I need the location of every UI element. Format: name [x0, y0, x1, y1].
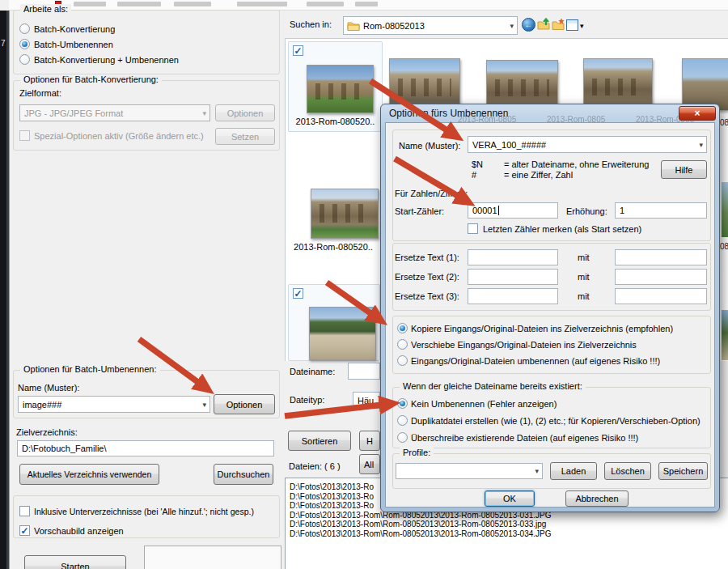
rename-options-dialog: Optionen fürs Umbenennen 2013-Rom-0805 2…	[380, 104, 720, 512]
help-button[interactable]: Hilfe	[661, 160, 707, 179]
check-icon: ✓	[294, 289, 302, 299]
name-pattern-combobox[interactable]: image### ▾	[18, 396, 210, 413]
browse-button[interactable]: Durchsuchen	[214, 464, 273, 485]
label-fragment: 08	[720, 118, 728, 127]
save-profile-button[interactable]: Speichern	[658, 462, 708, 480]
chevron-down-icon: ▾	[699, 141, 703, 149]
group-title: Optionen für Batch-Umbenennen:	[20, 364, 160, 374]
filetype-label: Dateityp:	[290, 395, 324, 405]
remember-counter-label: Letzten Zähler merken (als Start setzen)	[483, 224, 641, 234]
photo-thumbnail-sliver	[722, 182, 728, 237]
replace-input-3[interactable]	[468, 288, 558, 304]
mit-label: mit	[578, 272, 590, 282]
sort-button[interactable]: Sortieren	[288, 431, 351, 451]
menu-fragment	[74, 2, 106, 6]
chevron-down-icon[interactable]: ▾	[580, 22, 584, 30]
replace-input-1[interactable]	[468, 249, 558, 265]
file-list-item[interactable]: D:\Fotos\2013\2013-Rom\Rom-08052013\2013…	[290, 520, 546, 529]
target-format-combobox[interactable]: JPG - JPG/JPEG Format ▾	[19, 104, 210, 121]
check-icon: ✓	[294, 46, 302, 56]
files-count-label: Dateien: ( 6 )	[289, 461, 341, 471]
increment-input[interactable]: 1	[615, 202, 707, 219]
group-title: Arbeite als:	[20, 4, 71, 14]
menu-fragment	[307, 2, 344, 6]
replace-with-input-1[interactable]	[615, 249, 707, 265]
label-fragment: 08	[720, 242, 728, 251]
target-dir-input[interactable]: D:\Fotobuch_Familie\	[17, 440, 274, 456]
radio-label[interactable]: Kein Umbenennen (Fehler anzeigen)	[411, 399, 557, 409]
radio-label[interactable]: Batch-Konvertierung + Umbenennen	[34, 55, 179, 65]
radio-no-rename[interactable]	[397, 398, 408, 409]
rename-options-button[interactable]: Optionen	[214, 394, 275, 414]
profile-combobox[interactable]: ▾	[396, 463, 543, 479]
up-folder-icon[interactable]	[537, 18, 551, 32]
cancel-button[interactable]: Abbrechen	[565, 490, 629, 507]
thumbnail-checkbox[interactable]: ✓	[293, 288, 303, 299]
file-list-item[interactable]: D:\Fotos\2013\2013-Ro	[290, 501, 374, 510]
load-profile-button[interactable]: Laden	[550, 462, 597, 480]
include-subdirs-checkbox[interactable]	[19, 506, 30, 516]
show-preview-label: Vorschaubild anzeigen	[34, 526, 124, 536]
ok-button[interactable]: OK	[485, 490, 535, 507]
replace-label: Ersetze Text (3):	[395, 291, 459, 301]
setzen-button[interactable]: Setzen	[215, 128, 275, 145]
radio-label[interactable]: Eingangs/Original-Dateien umbenennen (au…	[411, 356, 660, 366]
batch-conversion-window: 7 Arbeite als: Batch-Konvertierung Batch…	[0, 0, 728, 569]
radio-label[interactable]: Duplikatdatei erstellen (wie (1), (2) et…	[411, 416, 700, 426]
radio-batch-konvertierung[interactable]	[19, 23, 30, 34]
radio-rename-originals[interactable]	[397, 355, 408, 366]
look-in-label: Suchen in:	[290, 19, 332, 29]
radio-overwrite[interactable]	[397, 432, 408, 443]
radio-label[interactable]: Überschreibe existierende Dateien (auf e…	[411, 433, 638, 443]
radio-batch-umbenennen[interactable]	[19, 39, 30, 49]
folder-combobox[interactable]: Rom-08052013 ▾	[343, 16, 518, 35]
menu-fragment	[237, 2, 287, 6]
use-current-dir-button[interactable]: Aktuelles Verzeichnis verwenden	[19, 464, 159, 485]
replace-input-2[interactable]	[468, 269, 558, 285]
window-left-border	[9, 11, 10, 569]
radio-label[interactable]: Batch-Umbenennen	[34, 40, 113, 49]
delete-profile-button[interactable]: Löschen	[604, 462, 651, 480]
filename-input[interactable]	[348, 363, 380, 380]
remember-counter-checkbox[interactable]	[468, 223, 478, 234]
radio-duplicate-file[interactable]	[397, 415, 408, 426]
back-icon[interactable]: ←	[522, 18, 535, 32]
thumbnail-checkbox[interactable]: ✓	[293, 45, 303, 56]
filetype-combobox[interactable]: Häu	[353, 392, 380, 409]
add-button[interactable]: H	[359, 431, 380, 451]
dlg-name-pattern-combobox[interactable]: VERA_100_##### ▾	[468, 136, 707, 153]
radio-move-originals[interactable]	[397, 339, 408, 350]
radio-label[interactable]: Kopiere Eingangs/Original-Dateien ins Zi…	[411, 324, 673, 333]
new-folder-icon[interactable]	[552, 18, 565, 32]
add-all-button[interactable]: All	[359, 454, 380, 474]
replace-with-input-3[interactable]	[615, 288, 707, 304]
view-menu-icon[interactable]	[566, 19, 578, 31]
radio-copy-originals[interactable]	[397, 323, 408, 333]
file-list-item[interactable]: D:\Fotos\2013\2013-Ro	[290, 492, 374, 501]
spezial-options-checkbox[interactable]	[19, 130, 30, 141]
check-icon: ✓	[20, 526, 28, 536]
file-list-item[interactable]: D:\Fotos\2013\2013-Rom\Rom-08052013\2013…	[290, 529, 552, 538]
radio-batch-konv-umbenennen[interactable]	[19, 54, 30, 65]
increment-label: Erhöhung:	[566, 206, 607, 216]
start-button[interactable]: Starten	[24, 555, 126, 569]
dialog-titlebar[interactable]: Optionen fürs Umbenennen 2013-Rom-0805 2…	[381, 104, 719, 122]
radio-label[interactable]: Verschiebe Eingangs/Original-Dateien ins…	[411, 340, 637, 350]
file-list-item[interactable]: D:\Fotos\2013\2013-Ro	[290, 482, 374, 491]
photo-thumbnail[interactable]	[309, 307, 376, 360]
dialog-body: Name (Muster): VERA_100_##### ▾ $N = alt…	[385, 122, 715, 507]
radio-label[interactable]: Batch-Konvertierung	[34, 24, 115, 34]
format-options-button[interactable]: Optionen	[215, 104, 275, 121]
close-icon[interactable]: ×	[679, 106, 716, 121]
edge-glyph: 7	[1, 39, 6, 48]
photo-thumbnail[interactable]	[311, 189, 379, 239]
menu-fragment	[174, 2, 211, 6]
mit-label: mit	[578, 291, 590, 301]
chevron-down-icon: ▾	[535, 467, 539, 475]
folder-icon	[347, 20, 360, 33]
start-counter-input[interactable]: 00001	[468, 202, 558, 219]
photo-thumbnail[interactable]	[307, 65, 374, 113]
replace-with-input-2[interactable]	[615, 269, 707, 285]
hint-desc: = eine Ziffer, Zahl	[504, 170, 573, 180]
show-preview-checkbox[interactable]: ✓	[19, 525, 30, 536]
